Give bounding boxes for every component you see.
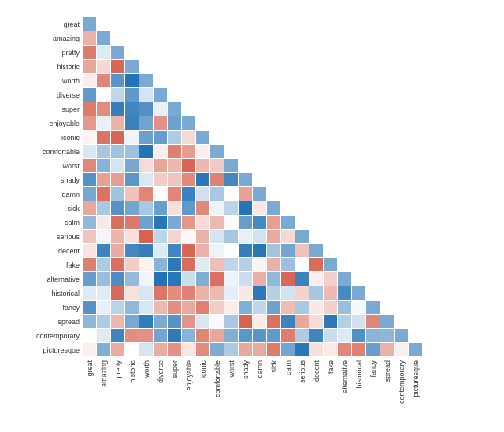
chart-container	[8, 8, 465, 425]
heatmap-canvas	[8, 8, 441, 432]
